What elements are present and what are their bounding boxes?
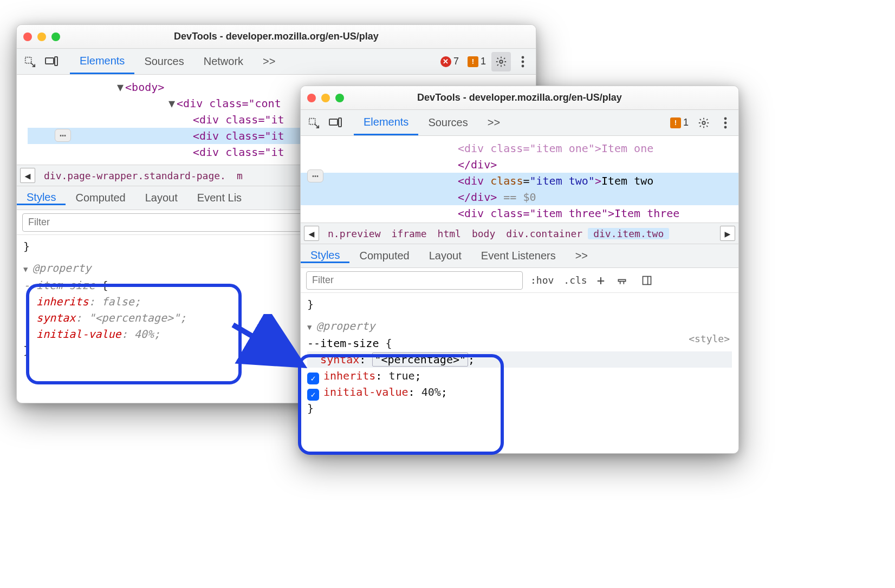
titlebar: DevTools - developer.mozilla.org/en-US/p…: [17, 25, 536, 49]
prop-checkbox-initial-value[interactable]: ✓: [307, 389, 319, 401]
device-icon[interactable]: [326, 113, 345, 133]
tab-network[interactable]: Network: [194, 49, 253, 74]
dom-item-two-open: <div: [458, 174, 484, 187]
dom-container[interactable]: <div class="cont: [177, 97, 281, 110]
subtab-layout[interactable]: Layout: [419, 250, 471, 262]
subtab-computed[interactable]: Computed: [66, 192, 135, 204]
crumb-a[interactable]: div.page-wrapper.standard-page.: [38, 170, 231, 181]
dom-item-two-val: "item two": [529, 174, 594, 187]
device-icon[interactable]: [42, 52, 61, 71]
tabs-overflow-icon[interactable]: >>: [253, 49, 285, 74]
dom-close-1: </div>: [458, 158, 497, 171]
panel-tabs: Elements Sources Network >>: [70, 49, 285, 74]
subtab-event-listeners[interactable]: Event Listeners: [471, 250, 566, 262]
maximize-icon[interactable]: [51, 32, 60, 41]
dom-body[interactable]: <body>: [125, 81, 164, 94]
val-initial-value[interactable]: 40%: [421, 386, 441, 398]
settings-icon[interactable]: [694, 113, 714, 133]
subtab-event-listeners[interactable]: Event Lis: [187, 192, 251, 204]
dom-ellipsis-icon[interactable]: ⋯: [307, 169, 323, 182]
error-count[interactable]: ✕ 7: [437, 56, 462, 67]
svg-rect-0: [25, 57, 31, 63]
warning-count[interactable]: ! 1: [667, 117, 692, 128]
dom-item-two-attr: class: [490, 174, 523, 187]
tab-elements[interactable]: Elements: [354, 110, 418, 135]
svg-point-3: [500, 60, 503, 63]
error-count-value: 7: [453, 56, 459, 67]
inspect-icon[interactable]: [20, 52, 40, 71]
svg-point-5: [522, 60, 524, 63]
prop-inherits[interactable]: inherits: [323, 369, 375, 382]
svg-point-4: [522, 56, 524, 58]
breadcrumb: ◀ n.preview iframe html body div.contain…: [301, 223, 738, 244]
hov-toggle[interactable]: :hov: [528, 275, 556, 286]
new-rule-icon[interactable]: +: [595, 273, 607, 288]
tabs-overflow-icon[interactable]: >>: [478, 110, 510, 135]
devtools-toolbar: Elements Sources Network >> ✕ 7 ! 1: [17, 49, 536, 75]
minimize-icon[interactable]: [37, 32, 46, 41]
tab-sources[interactable]: Sources: [418, 110, 477, 135]
prop-syntax[interactable]: syntax: [320, 353, 359, 366]
crumb-2[interactable]: html: [432, 228, 466, 239]
inspect-icon[interactable]: [304, 113, 323, 133]
tab-elements[interactable]: Elements: [70, 49, 134, 74]
dom-item-b[interactable]: <div class="it: [193, 129, 284, 142]
val-syntax-editing[interactable]: "<percentage>": [372, 352, 468, 367]
crumb-1[interactable]: iframe: [386, 228, 432, 239]
prop-checkbox-inherits[interactable]: ✓: [307, 373, 319, 384]
maximize-icon[interactable]: [335, 94, 344, 102]
settings-icon[interactable]: [491, 52, 511, 71]
crumb-3[interactable]: body: [466, 228, 501, 239]
dom-selected-marker: == $0: [503, 191, 536, 204]
warning-count-value: 1: [481, 56, 486, 67]
crumb-5[interactable]: div.item.two: [588, 228, 669, 239]
crumb-b[interactable]: m: [231, 170, 248, 181]
prop-initial-value[interactable]: initial-value: [323, 386, 408, 398]
at-property-header[interactable]: @property: [307, 318, 732, 335]
devtools-toolbar: Elements Sources >> ! 1: [301, 110, 738, 136]
val-syntax: "<percentage>": [88, 311, 180, 324]
traffic-lights: [307, 94, 344, 102]
panel-tabs: Elements Sources >>: [354, 110, 510, 135]
close-icon[interactable]: [307, 94, 316, 102]
filter-placeholder: Filter: [28, 217, 50, 228]
dom-item-three[interactable]: <div class="item three">Item three: [301, 205, 738, 221]
kebab-icon[interactable]: [513, 52, 533, 71]
dom-ellipsis-icon[interactable]: ⋯: [55, 129, 71, 142]
brush-icon[interactable]: [612, 271, 632, 290]
crumb-0[interactable]: n.preview: [322, 228, 386, 239]
filter-input[interactable]: Filter: [306, 271, 523, 290]
styles-pane[interactable]: } @property <style> --item-size { syntax…: [301, 293, 738, 426]
subtab-overflow-icon[interactable]: >>: [566, 250, 598, 262]
warning-count[interactable]: ! 1: [464, 56, 489, 67]
subtab-styles[interactable]: Styles: [17, 191, 66, 205]
minimize-icon[interactable]: [321, 94, 330, 102]
crumb-next-icon[interactable]: ▶: [720, 226, 735, 241]
tab-sources[interactable]: Sources: [134, 49, 193, 74]
val-inherits[interactable]: true: [388, 369, 414, 382]
dom-item-two[interactable]: <div class="item two">Item two: [301, 173, 738, 189]
crumb-prev-icon[interactable]: ◀: [20, 168, 35, 183]
crumb-prev-icon[interactable]: ◀: [304, 226, 319, 241]
kebab-icon[interactable]: [716, 113, 735, 133]
dom-tree[interactable]: <div class="item one">Item one </div> <d…: [301, 136, 738, 223]
rule-source-link[interactable]: <style>: [689, 331, 730, 347]
window-title: DevTools - developer.mozilla.org/en-US/p…: [17, 31, 536, 42]
rule-selector[interactable]: --item-size: [23, 279, 95, 292]
subtab-layout[interactable]: Layout: [135, 192, 187, 204]
warning-count-value: 1: [683, 117, 689, 128]
rule-selector[interactable]: --item-size: [307, 337, 379, 350]
warning-icon: !: [468, 56, 478, 67]
dom-item-c[interactable]: <div class="it: [193, 146, 284, 159]
subtab-styles[interactable]: Styles: [301, 249, 349, 263]
close-icon[interactable]: [23, 32, 32, 41]
cls-toggle[interactable]: .cls: [561, 275, 589, 286]
svg-point-13: [724, 126, 727, 128]
titlebar: DevTools - developer.mozilla.org/en-US/p…: [301, 86, 738, 110]
dom-item-a[interactable]: <div class="it: [193, 113, 284, 126]
svg-rect-1: [46, 58, 54, 64]
dom-item-three-open: <div class="item three">Item three: [458, 207, 679, 220]
sidebar-icon[interactable]: [637, 271, 657, 290]
crumb-4[interactable]: div.container: [501, 228, 588, 239]
subtab-computed[interactable]: Computed: [349, 250, 419, 262]
